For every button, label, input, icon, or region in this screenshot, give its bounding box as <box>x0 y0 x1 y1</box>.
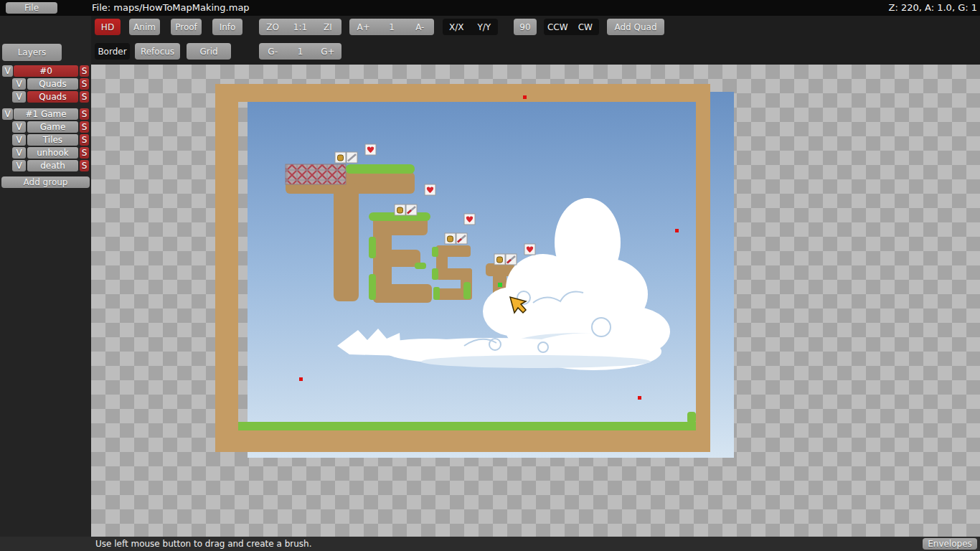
group-0-label[interactable]: #0 <box>14 65 78 77</box>
layer-row: V Game S <box>0 121 91 133</box>
zoom-in-button[interactable]: ZI <box>314 19 341 35</box>
anim-toggle-button[interactable]: Anim <box>129 19 160 35</box>
flip-x-button[interactable]: X/X <box>443 19 471 35</box>
file-menu-button[interactable]: File <box>6 2 57 14</box>
layer-visibility-toggle[interactable]: V <box>12 134 26 146</box>
layer-visibility-toggle[interactable]: V <box>12 121 26 133</box>
weapon-marker-icon <box>494 254 517 265</box>
layer-quads-2-label[interactable]: Quads <box>27 91 78 103</box>
layer-row: V Quads S <box>0 78 91 90</box>
group-visibility-toggle[interactable]: V <box>2 65 13 77</box>
heart-pickup-icon <box>524 244 535 255</box>
layer-shift-toggle[interactable]: S <box>80 160 89 171</box>
grid-bigger-button[interactable]: G+ <box>314 43 341 60</box>
zoom-reset-button[interactable]: 1:1 <box>286 19 314 35</box>
hd-toggle-button[interactable]: HD <box>95 19 121 35</box>
heart-pickup-icon <box>425 184 435 195</box>
layer-game-label[interactable]: Game <box>27 121 78 133</box>
layers-panel: Layers V #0 S V Quads S V Quads S V #1 G… <box>0 16 91 537</box>
layer-death-label[interactable]: death <box>27 160 78 171</box>
layer-visibility-toggle[interactable]: V <box>12 147 26 159</box>
anim-speed-group: A+ 1 A- <box>349 19 434 35</box>
layer-row: V Tiles S <box>0 134 91 146</box>
border-button[interactable]: Border <box>95 43 130 60</box>
quad-point-marker[interactable] <box>675 229 679 232</box>
zoom-group: ZO 1:1 ZI <box>259 19 341 35</box>
layer-row-selected: V Quads S <box>0 91 91 103</box>
layer-row: V unhook S <box>0 147 91 159</box>
map-preview <box>91 65 980 537</box>
layer-shift-toggle[interactable]: S <box>80 121 89 133</box>
grid-size-value: 1 <box>286 43 314 60</box>
anim-speed-value: 1 <box>377 19 405 35</box>
layer-unhook-label[interactable]: unhook <box>27 147 78 159</box>
group-1-label[interactable]: #1 Game <box>14 108 78 120</box>
rotate-amount-button[interactable]: 90 <box>514 19 537 35</box>
quad-point-marker[interactable] <box>299 377 303 381</box>
layer-shift-toggle[interactable]: S <box>80 147 89 159</box>
layer-visibility-toggle[interactable]: V <box>12 91 26 103</box>
weapon-marker-icon <box>395 204 417 215</box>
refocus-button[interactable]: Refocus <box>135 43 180 60</box>
anim-slower-button[interactable]: A- <box>406 19 434 35</box>
unhookable-block <box>286 164 346 184</box>
layer-shift-toggle[interactable]: S <box>80 134 89 146</box>
info-toggle-button[interactable]: Info <box>212 19 242 35</box>
group-visibility-toggle[interactable]: V <box>2 108 13 120</box>
status-hint-text: Use left mouse button to drag and create… <box>95 539 311 549</box>
quad-point-marker[interactable] <box>523 95 527 99</box>
layer-group-row: V #0 S <box>0 65 91 77</box>
layer-shift-toggle[interactable]: S <box>80 78 89 90</box>
group-shift-toggle[interactable]: S <box>80 65 89 77</box>
statusbar: Use left mouse button to drag and create… <box>0 537 980 551</box>
weapon-marker-icon <box>335 152 357 163</box>
rotate-cw-button[interactable]: CW <box>572 19 600 35</box>
layer-group-row: V #1 Game S <box>0 108 91 120</box>
zoom-out-button[interactable]: ZO <box>259 19 286 35</box>
group-shift-toggle[interactable]: S <box>80 108 89 120</box>
zoom-status-readout: Z: 220, A: 1.0, G: 1 <box>889 2 977 13</box>
flip-group: X/X Y/Y <box>443 19 498 35</box>
rotate-ccw-button[interactable]: CCW <box>544 19 572 35</box>
proof-toggle-button[interactable]: Proof <box>171 19 202 35</box>
tab-layers[interactable]: Layers <box>2 44 62 61</box>
layer-visibility-toggle[interactable]: V <box>12 160 26 171</box>
layer-tiles-label[interactable]: Tiles <box>27 134 78 146</box>
titlebar: File File: maps/HowToMapMaking.map Z: 22… <box>0 0 980 16</box>
open-file-title: File: maps/HowToMapMaking.map <box>92 2 250 13</box>
layer-shift-toggle[interactable]: S <box>80 91 89 103</box>
map-canvas[interactable] <box>91 65 980 537</box>
layer-row: V death S <box>0 160 91 171</box>
quad-pivot-marker-green[interactable] <box>498 283 502 287</box>
grid-size-group: G- 1 G+ <box>259 43 341 60</box>
quad-point-marker[interactable] <box>638 396 641 400</box>
grid-smaller-button[interactable]: G- <box>259 43 286 60</box>
rotate-group: CCW CW <box>544 19 599 35</box>
envelopes-button[interactable]: Envelopes <box>923 538 977 550</box>
grid-toggle-button[interactable]: Grid <box>187 43 231 60</box>
heart-pickup-icon <box>365 144 376 155</box>
layer-visibility-toggle[interactable]: V <box>12 78 26 90</box>
anim-faster-button[interactable]: A+ <box>349 19 377 35</box>
flip-y-button[interactable]: Y/Y <box>471 19 499 35</box>
editor-toolbar: HD Anim Proof Info ZO 1:1 ZI A+ 1 A- X/X… <box>91 16 980 65</box>
add-quad-button[interactable]: Add Quad <box>607 19 664 35</box>
weapon-marker-icon <box>445 233 467 244</box>
layer-quads-1-label[interactable]: Quads <box>27 78 78 90</box>
heart-pickup-icon <box>464 214 475 225</box>
add-group-button[interactable]: Add group <box>1 176 90 188</box>
